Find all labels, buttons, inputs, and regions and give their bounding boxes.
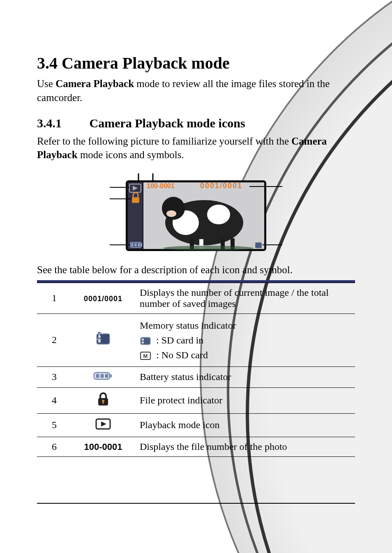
table-row: 2 Memory status indicator	[37, 313, 355, 366]
row-index: 2	[37, 313, 71, 366]
row-icon-cell	[71, 413, 135, 437]
sd-card-icon	[95, 332, 111, 346]
intro-text-pre: Use	[37, 78, 55, 89]
svg-rect-39	[96, 374, 99, 378]
sub-body-pre: Refer to the following picture to famili…	[37, 136, 291, 147]
table-row: 3 Battery status indicator	[37, 366, 355, 387]
row-icon-cell: 100-0001	[71, 437, 135, 456]
svg-rect-44	[103, 401, 104, 404]
no-sd-card-label: : No SD card	[156, 350, 208, 360]
playback-mode-icon	[95, 418, 111, 430]
row-icon-cell: 0001/0001	[71, 283, 135, 313]
svg-rect-33	[142, 339, 144, 341]
table-row: 6 100-0001 Displays the file number of t…	[37, 437, 355, 456]
lock-icon	[96, 392, 110, 407]
svg-rect-29	[97, 334, 110, 344]
table-intro: See the table below for a description of…	[37, 263, 355, 277]
row-description: Displays the file number of the photo	[135, 437, 355, 456]
row-icon-cell	[71, 366, 135, 387]
row-index: 4	[37, 387, 71, 413]
svg-rect-23	[255, 242, 262, 248]
overlay-file-label: 100-0001	[147, 182, 175, 189]
mem-status-title: Memory status indicator	[140, 318, 350, 333]
svg-rect-38	[110, 374, 112, 378]
svg-point-15	[207, 205, 230, 224]
row-description: Displays the number of current image / t…	[135, 283, 355, 313]
svg-point-17	[166, 210, 176, 217]
row-index: 1	[37, 283, 71, 313]
section-title: 3.4 Camera Playback mode	[37, 53, 355, 73]
file-number-icon: 100-0001	[84, 442, 122, 452]
sd-card-in-icon	[140, 336, 151, 346]
subsection-title: Camera Playback mode icons	[90, 116, 245, 130]
row-description: File protect indicator	[135, 387, 355, 413]
svg-rect-9	[131, 243, 134, 247]
svg-rect-40	[100, 374, 104, 378]
svg-text:M: M	[143, 353, 148, 359]
footer-divider	[37, 503, 355, 504]
row-index: 5	[37, 413, 71, 437]
svg-rect-32	[141, 337, 150, 345]
subsection-heading: 3.4.1 Camera Playback mode icons	[37, 116, 355, 130]
row-description: Playback mode icon	[135, 413, 355, 437]
row-icon-cell	[71, 387, 135, 413]
counter-icon: 0001/0001	[84, 295, 122, 303]
svg-rect-10	[134, 243, 137, 247]
table-row: 5 Playback mode icon	[37, 413, 355, 437]
svg-rect-11	[138, 243, 140, 247]
subsection-number: 3.4.1	[37, 116, 86, 130]
row-index: 3	[37, 366, 71, 387]
sub-body-post: mode icons and symbols.	[78, 149, 184, 160]
playback-screenshot: 100-0001 0001/0001	[110, 173, 282, 260]
svg-rect-30	[98, 335, 101, 338]
table-row: 1 0001/0001 Displays the number of curre…	[37, 283, 355, 313]
svg-rect-8	[141, 243, 142, 247]
battery-icon	[93, 371, 113, 381]
row-description: Battery status indicator	[135, 366, 355, 387]
svg-rect-6	[132, 197, 139, 203]
svg-point-22	[163, 246, 254, 251]
section-intro: Use Camera Playback mode to review all t…	[37, 77, 355, 105]
intro-text-bold: Camera Playback	[55, 78, 134, 89]
icon-description-table: 1 0001/0001 Displays the number of curre…	[37, 280, 355, 457]
overlay-counter-label: 0001/0001	[200, 182, 242, 190]
svg-rect-34	[142, 341, 144, 343]
row-index: 6	[37, 437, 71, 456]
svg-marker-46	[101, 422, 106, 426]
subsection-body: Refer to the following picture to famili…	[37, 134, 355, 162]
no-sd-card-icon: M	[140, 351, 151, 360]
row-icon-cell	[71, 313, 135, 366]
row-description: Memory status indicator : SD card in M	[135, 313, 355, 366]
table-row: 4 File protect indicator	[37, 387, 355, 413]
sd-card-in-label: : SD card in	[156, 335, 203, 346]
svg-rect-41	[105, 374, 108, 378]
svg-rect-31	[98, 340, 101, 343]
